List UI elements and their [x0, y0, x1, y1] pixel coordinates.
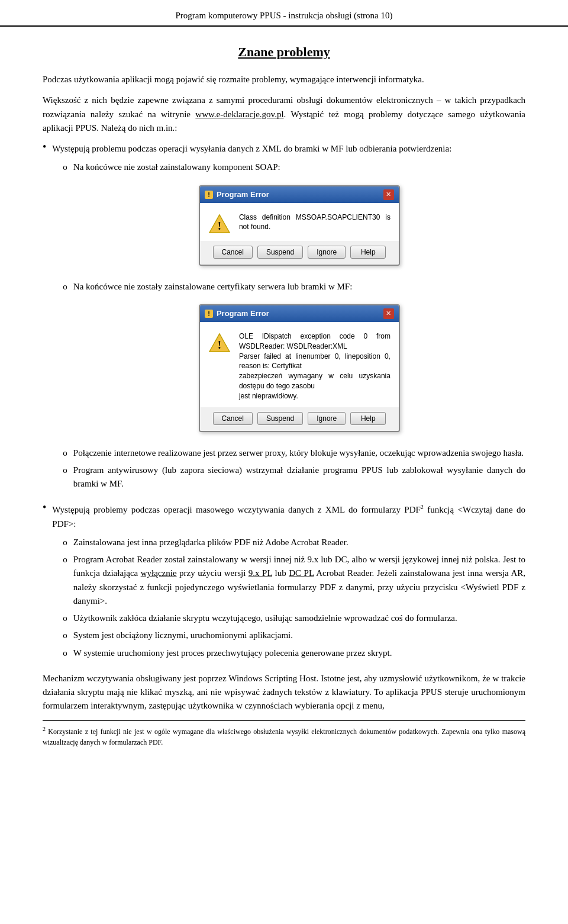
sub-item-2-5: o W systemie uruchomiony jest proces prz…: [63, 646, 525, 660]
sub-list-1: o Na końcówce nie został zainstalowany k…: [63, 160, 525, 491]
bullet-dot-1: •: [43, 141, 46, 153]
sub-content-1-1: Na końcówce nie został zainstalowany kom…: [73, 160, 525, 276]
dialog-ignore-btn-2[interactable]: Ignore: [308, 412, 346, 425]
bullet-item-1: • Występują problemu podczas operacji wy…: [43, 142, 525, 494]
sub-item-1-1: o Na końcówce nie został zainstalowany k…: [63, 160, 525, 276]
warning-icon-2: !: [208, 331, 231, 354]
sub-content-2-2: Program Acrobat Reader został zainstalow…: [73, 553, 525, 608]
error-dialog-1: ! Program Error ✕: [199, 185, 400, 266]
bullet-item-2: • Występują problemy podczas operacji ma…: [43, 503, 525, 664]
sub-content-1-2: Na końcówce nie zostały zainstalowane ce…: [73, 280, 525, 443]
titlebar-left-2: ! Program Error: [205, 308, 269, 320]
dialog-title-2: Program Error: [217, 308, 269, 320]
page-wrapper: Program komputerowy PPUS - instrukcja ob…: [0, 0, 568, 924]
program-error-icon-2: !: [205, 310, 213, 318]
page-title: Znane problemy: [43, 44, 525, 60]
bullet-content-1: Występują problemu podczas operacji wysy…: [52, 142, 525, 494]
sub-item-2-3: o Użytkownik zakłóca działanie skryptu w…: [63, 611, 525, 625]
footnote-text: Korzystanie z tej funkcji nie jest w ogó…: [43, 727, 525, 746]
sub-content-2-5: W systemie uruchomiony jest proces przec…: [73, 646, 525, 660]
underline-wylacznie: wyłącznie: [141, 568, 177, 578]
main-content: Znane problemy Podczas użytkowania aplik…: [0, 27, 568, 759]
bullet-content-2: Występują problemy podczas operacji maso…: [52, 503, 525, 664]
sub-content-2-3: Użytkownik zakłóca działanie skryptu wcz…: [73, 611, 525, 625]
bullet-section-2: • Występują problemy podczas operacji ma…: [43, 503, 525, 664]
dialog-ignore-btn-1[interactable]: Ignore: [308, 246, 346, 259]
svg-text:!: !: [208, 191, 210, 198]
dialog-cancel-btn-2[interactable]: Cancel: [213, 412, 253, 425]
dialog-titlebar-1: ! Program Error ✕: [200, 186, 399, 203]
dialog-close-btn-2[interactable]: ✕: [383, 308, 394, 319]
sub-marker-2-3: o: [63, 611, 67, 625]
sub-marker-2-1: o: [63, 536, 67, 549]
sub-item-1-2: o Na końcówce nie zostały zainstalowane …: [63, 280, 525, 443]
dialog-container-2: ! Program Error ✕: [73, 298, 525, 438]
paragraph-2: Większość z nich będzie zapewne związana…: [43, 94, 525, 135]
sub-marker-1-1: o: [63, 160, 67, 174]
dialog-close-btn-1[interactable]: ✕: [383, 189, 394, 200]
titlebar-left-1: ! Program Error: [205, 189, 269, 201]
sub-content-2-1: Zainstalowana jest inna przeglądarka pli…: [73, 536, 525, 549]
header-text: Program komputerowy PPUS - instrukcja ob…: [175, 11, 392, 20]
bullet-dot-2: •: [43, 501, 46, 514]
page-header: Program komputerowy PPUS - instrukcja ob…: [0, 0, 568, 27]
sub-marker-2-5: o: [63, 646, 67, 660]
underline-9xpl: 9.x PL: [248, 568, 272, 578]
dialog-titlebar-2: ! Program Error ✕: [200, 305, 399, 322]
dialog-container-1: ! Program Error ✕: [73, 179, 525, 272]
bullet-section-1: • Występują problemu podczas operacji wy…: [43, 142, 525, 494]
dialog-suspend-btn-1[interactable]: Suspend: [257, 246, 303, 259]
final-paragraph: Mechanizm wczytywania obsługiwany jest p…: [43, 672, 525, 713]
svg-text:!: !: [218, 220, 221, 232]
dialog-body-1: ! Class definition MSSOAP.SOAPCLIENT30 i…: [200, 203, 399, 241]
sub-marker-1-3: o: [63, 446, 67, 460]
footnote-ref-2: 2: [421, 504, 424, 510]
dialog-buttons-1: Cancel Suspend Ignore Help: [200, 241, 399, 265]
dialog-body-2: ! OLE IDispatch exception code 0 from WS…: [200, 322, 399, 407]
sub-item-1-4: o Program antywirusowy (lub zapora sieci…: [63, 463, 525, 491]
dialog-message-1: Class definition MSSOAP.SOAPCLIENT30 is …: [239, 213, 390, 233]
sub-item-2-1: o Zainstalowana jest inna przeglądarka p…: [63, 536, 525, 549]
underline-dcpl: DC PL: [289, 568, 314, 578]
sub-marker-1-2: o: [63, 280, 67, 294]
sub-item-1-3: o Połączenie internetowe realizowane jes…: [63, 446, 525, 460]
sub-item-2-2: o Program Acrobat Reader został zainstal…: [63, 553, 525, 608]
dialog-help-btn-1[interactable]: Help: [350, 246, 386, 259]
footnote-number: 2: [43, 727, 48, 736]
dialog-buttons-2: Cancel Suspend Ignore Help: [200, 407, 399, 431]
footnote-section: 2 Korzystanie z tej funkcji nie jest w o…: [43, 720, 525, 748]
sub-content-1-3: Połączenie internetowe realizowane jest …: [73, 446, 525, 460]
dialog-suspend-btn-2[interactable]: Suspend: [257, 412, 303, 425]
sub-list-2: o Zainstalowana jest inna przeglądarka p…: [63, 536, 525, 660]
program-error-icon-1: !: [205, 191, 213, 199]
dialog-title-1: Program Error: [217, 189, 269, 201]
sub-marker-2-2: o: [63, 553, 67, 566]
sub-marker-2-4: o: [63, 629, 67, 642]
dialog-cancel-btn-1[interactable]: Cancel: [213, 246, 253, 259]
paragraph-1: Podczas użytkowania aplikacji mogą pojaw…: [43, 73, 525, 86]
link-e-deklaracje[interactable]: www.e-deklaracje.gov.pl: [195, 110, 283, 119]
sub-marker-1-4: o: [63, 463, 67, 477]
dialog-help-btn-2[interactable]: Help: [350, 412, 386, 425]
error-dialog-2: ! Program Error ✕: [199, 304, 400, 432]
dialog-message-2: OLE IDispatch exception code 0 from WSDL…: [239, 331, 390, 401]
svg-text:!: !: [218, 339, 221, 351]
sub-content-1-4: Program antywirusowy (lub zapora sieciow…: [73, 463, 525, 491]
svg-text:!: !: [208, 310, 210, 317]
warning-icon-1: !: [208, 213, 231, 235]
sub-item-2-4: o System jest obciążony licznymi, urucho…: [63, 629, 525, 642]
sub-content-2-4: System jest obciążony licznymi, uruchomi…: [73, 629, 525, 642]
